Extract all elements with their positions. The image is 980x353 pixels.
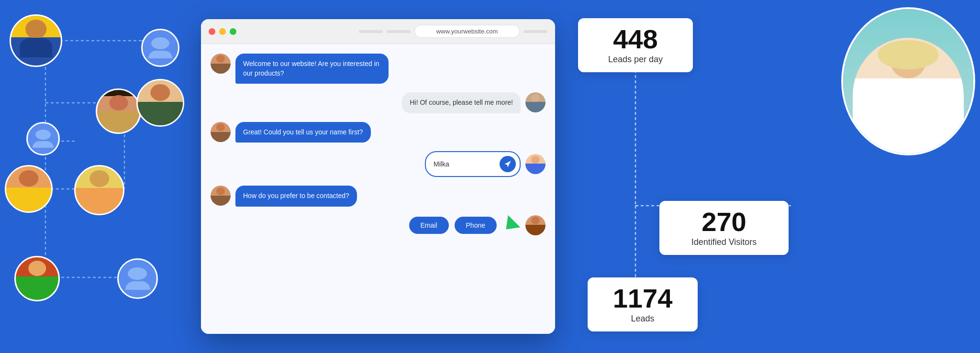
bot-avatar-2 [211, 122, 231, 142]
chat-row-5: How do you prefer to be contacted? [211, 186, 546, 207]
browser-dot-yellow[interactable] [219, 28, 226, 35]
chat-row-1: Welcome to our website! Are you interest… [211, 54, 546, 84]
chat-bubble-5: How do you prefer to be contacted? [235, 186, 357, 207]
user-avatar-3 [525, 215, 546, 235]
nav-bar-1 [359, 30, 383, 33]
total-leads-number: 1174 [601, 285, 684, 312]
bot-avatar-1 [211, 54, 231, 74]
email-choice-button[interactable]: Email [409, 217, 449, 234]
browser-titlebar: www.yourwebsite.com [201, 19, 555, 44]
identified-visitors-label: Identified Visitors [673, 237, 775, 247]
chat-input-value: Milka [434, 160, 496, 168]
send-button[interactable] [500, 156, 516, 172]
chat-row-3: Great! Could you tell us your name first… [211, 122, 546, 143]
total-leads-card: 1174 Leads [588, 277, 698, 331]
user-avatar-2 [525, 154, 546, 174]
green-arrow-icon [500, 215, 520, 235]
chat-bubble-2: Hi! Of course, please tell me more! [402, 92, 521, 113]
chat-row-6: Email Phone [211, 215, 546, 235]
avatar-man3 [5, 165, 53, 213]
browser-window-container: www.yourwebsite.com Welcome to our websi… [201, 19, 555, 334]
browser-window: www.yourwebsite.com Welcome to our websi… [201, 19, 555, 334]
nav-bar-2 [387, 30, 411, 33]
browser-dot-green[interactable] [230, 28, 236, 35]
avatar-ghost1 [141, 29, 179, 67]
avatar-ghost3 [117, 258, 158, 299]
chat-input-row: Milka [211, 151, 546, 177]
avatar-man2 [136, 79, 184, 127]
avatar-man1 [10, 14, 62, 67]
avatar-woman1 [96, 88, 141, 134]
chat-buttons: Email Phone [409, 217, 497, 234]
user-avatar-1 [525, 92, 546, 112]
woman-laptop-photo [841, 7, 975, 155]
arrow-indicator-container [501, 220, 521, 231]
identified-visitors-card: 270 Identified Visitors [659, 201, 789, 255]
chat-content: Welcome to our website! Are you interest… [201, 44, 555, 334]
chat-bubble-1: Welcome to our website! Are you interest… [235, 54, 389, 84]
avatar-woman2 [74, 165, 124, 215]
leads-per-day-label: Leads per day [591, 55, 679, 65]
identified-visitors-number: 270 [673, 209, 775, 235]
nav-bar-3 [523, 30, 547, 33]
right-stats-section: 448 Leads per day 270 Identified Visitor… [549, 0, 980, 353]
total-leads-label: Leads [601, 314, 684, 324]
leads-per-day-card: 448 Leads per day [578, 18, 693, 72]
chat-bubble-3: Great! Could you tell us your name first… [235, 122, 371, 143]
browser-dot-red[interactable] [209, 28, 215, 35]
chat-input-field[interactable]: Milka [425, 151, 521, 177]
phone-choice-button[interactable]: Phone [455, 217, 497, 234]
leads-per-day-number: 448 [591, 26, 679, 53]
bot-avatar-3 [211, 186, 231, 206]
avatar-woman3 [14, 256, 60, 301]
chat-row-2: Hi! Of course, please tell me more! [211, 92, 546, 113]
browser-url[interactable]: www.yourwebsite.com [414, 25, 520, 38]
left-network-section [0, 0, 215, 353]
avatar-ghost2 [26, 122, 60, 155]
